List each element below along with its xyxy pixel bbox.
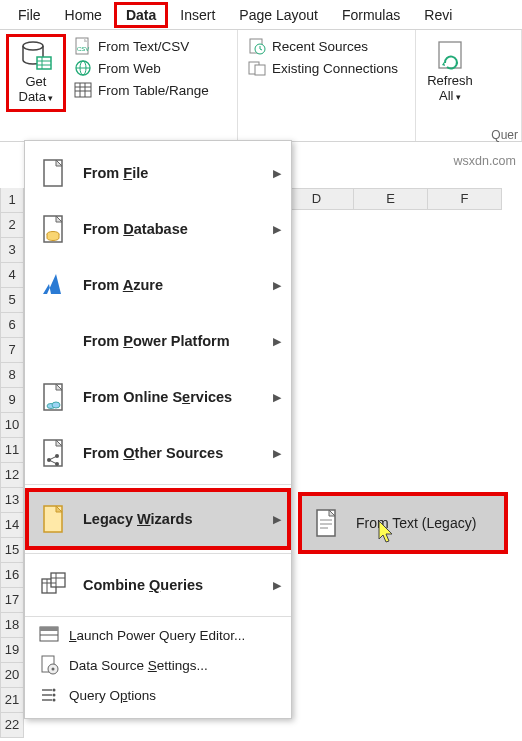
cloud-file-icon [39,382,69,412]
menu-data-source-settings[interactable]: Data Source Settings... [25,650,291,680]
chevron-down-icon: ▾ [453,92,461,102]
menu-launch-power-query-editor[interactable]: Launch Power Query Editor... [25,620,291,650]
from-web-button[interactable]: From Web [70,58,213,78]
row-header[interactable]: 3 [0,238,24,263]
tab-file[interactable]: File [6,2,53,27]
chevron-right-icon: ▶ [273,447,281,460]
menu-query-options[interactable]: Query Options [25,680,291,710]
row-header[interactable]: 22 [0,713,24,738]
menu-from-power-platform-label: From Power Platform [83,333,273,349]
svg-rect-40 [40,627,58,631]
menu-from-file-label: From File [83,165,273,181]
queries-group-label: Quer [491,128,518,142]
refresh-icon [433,38,467,72]
legacy-file-icon [39,504,69,534]
tab-insert[interactable]: Insert [168,2,227,27]
file-icon [39,158,69,188]
row-header[interactable]: 12 [0,463,24,488]
row-header[interactable]: 21 [0,688,24,713]
row-header[interactable]: 19 [0,638,24,663]
file-csv-icon: CSV [74,37,92,55]
options-icon [39,685,59,705]
menu-data-source-settings-label: Data Source Settings... [69,658,281,673]
menu-from-database[interactable]: From Database ▶ [25,201,291,257]
row-header[interactable]: 2 [0,213,24,238]
from-table-range-label: From Table/Range [98,83,209,98]
menu-launch-pqe-label: Launch Power Query Editor... [69,628,281,643]
recent-sources-button[interactable]: Recent Sources [244,36,402,56]
row-header[interactable]: 4 [0,263,24,288]
azure-icon [39,270,69,300]
row-header[interactable]: 18 [0,613,24,638]
menu-from-file[interactable]: From File ▶ [25,145,291,201]
row-header[interactable]: 11 [0,438,24,463]
get-data-button[interactable]: GetData ▾ [6,34,66,112]
tab-page-layout[interactable]: Page Layout [227,2,330,27]
row-header[interactable]: 5 [0,288,24,313]
get-data-label: GetData [19,74,47,104]
chevron-right-icon: ▶ [273,579,281,592]
chevron-right-icon: ▶ [273,167,281,180]
row-header[interactable]: 8 [0,363,24,388]
col-header-f[interactable]: F [428,188,502,210]
chevron-right-icon: ▶ [273,279,281,292]
row-header[interactable]: 16 [0,563,24,588]
recent-icon [248,37,266,55]
svg-rect-1 [37,57,51,69]
recent-sources-label: Recent Sources [272,39,368,54]
menu-combine-queries[interactable]: Combine Queries ▶ [25,557,291,613]
menu-from-online-services[interactable]: From Online Services ▶ [25,369,291,425]
menu-from-power-platform[interactable]: From Power Platform ▶ [25,313,291,369]
submenu-from-text-legacy[interactable]: From Text (Legacy) [298,492,508,554]
row-header[interactable]: 14 [0,513,24,538]
tab-data[interactable]: Data [114,2,168,28]
svg-point-49 [53,694,56,697]
pqe-icon [39,625,59,645]
row-header[interactable]: 20 [0,663,24,688]
svg-rect-10 [75,83,91,97]
col-header-e[interactable]: E [354,188,428,210]
watermark: wsxdn.com [453,154,516,168]
chevron-right-icon: ▶ [273,223,281,236]
ribbon-tabs: File Home Data Insert Page Layout Formul… [0,0,522,30]
refresh-all-button[interactable]: RefreshAll ▾ [422,34,478,104]
row-header[interactable]: 15 [0,538,24,563]
globe-icon [74,59,92,77]
svg-point-0 [23,42,43,50]
menu-combine-queries-label: Combine Queries [83,577,273,593]
svg-point-48 [53,689,56,692]
menu-separator [25,616,291,617]
menu-from-other-sources-label: From Other Sources [83,445,273,461]
svg-point-44 [52,668,55,671]
row-header[interactable]: 1 [0,188,24,213]
get-data-menu: From File ▶ From Database ▶ From Azure ▶… [24,140,292,719]
menu-separator [25,484,291,485]
from-table-range-button[interactable]: From Table/Range [70,80,213,100]
menu-from-azure[interactable]: From Azure ▶ [25,257,291,313]
row-header[interactable]: 10 [0,413,24,438]
tab-review[interactable]: Revi [412,2,464,27]
existing-connections-button[interactable]: Existing Connections [244,58,402,78]
database-icon [39,214,69,244]
menu-from-azure-label: From Azure [83,277,273,293]
mouse-cursor-icon [378,520,398,544]
from-text-csv-button[interactable]: CSV From Text/CSV [70,36,213,56]
ribbon-group-refresh: RefreshAll ▾ [416,30,522,141]
svg-rect-45 [42,689,52,691]
menu-legacy-wizards[interactable]: Legacy Wizards ▶ [25,488,291,550]
row-header[interactable]: 13 [0,488,24,513]
tab-home[interactable]: Home [53,2,114,27]
row-header[interactable]: 7 [0,338,24,363]
menu-legacy-wizards-label: Legacy Wizards [83,511,273,527]
chevron-right-icon: ▶ [273,513,281,526]
text-file-icon [312,508,342,538]
row-header[interactable]: 9 [0,388,24,413]
combine-icon [39,570,69,600]
power-platform-icon [39,326,69,356]
menu-from-database-label: From Database [83,221,273,237]
row-header[interactable]: 17 [0,588,24,613]
row-header[interactable]: 6 [0,313,24,338]
tab-formulas[interactable]: Formulas [330,2,412,27]
chevron-down-icon: ▾ [46,93,54,103]
menu-from-other-sources[interactable]: From Other Sources ▶ [25,425,291,481]
